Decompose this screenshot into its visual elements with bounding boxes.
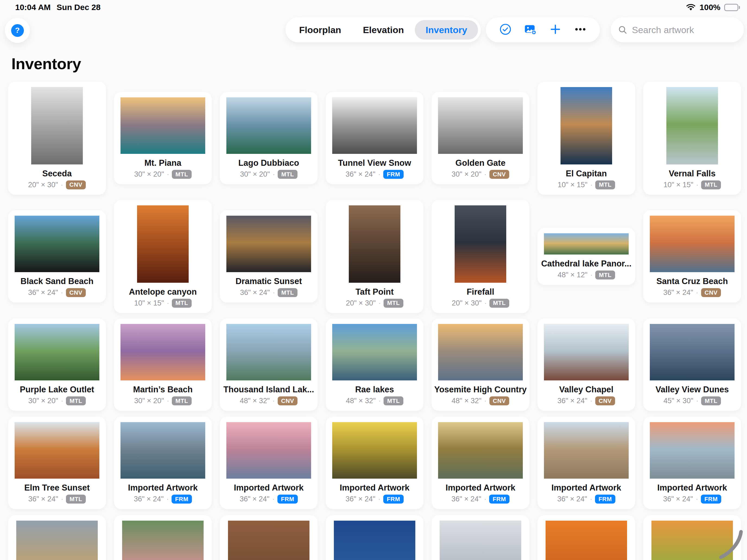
artwork-meta: Valley Chapel 36" × 24" · CNV [558,385,615,405]
artwork-card[interactable]: Golden Gate 30" × 20" · CNV [432,92,529,184]
artwork-card[interactable] [432,515,529,560]
artwork-card[interactable]: Imported Artwork 36" × 24" · FRM [220,417,317,509]
artwork-thumbnail [226,216,311,272]
select-items-button[interactable] [498,22,513,37]
more-options-button[interactable] [573,22,588,37]
artwork-card[interactable]: Rae lakes 48" × 32" · MTL [326,319,423,411]
artwork-card[interactable]: Elm Tree Sunset 36" × 24" · MTL [8,417,106,509]
artwork-subtitle: 36" × 24" · FRM [551,495,621,504]
help-button[interactable]: ? [5,18,30,43]
separator-dot: · [61,181,63,189]
artwork-card[interactable]: Seceda 20" × 30" · CNV [8,82,106,195]
artwork-card[interactable] [220,515,317,560]
artwork-card[interactable]: Purple Lake Outlet 30" × 20" · MTL [8,319,106,411]
add-photo-icon [524,23,537,37]
artwork-subtitle: 36" × 24" · CNV [656,288,728,297]
artwork-title: Valley View Dunes [655,385,729,395]
artwork-card[interactable]: Tunnel View Snow 36" × 24" · FRM [326,92,423,184]
artwork-title: Seceda [28,169,86,179]
artwork-thumbnail [31,87,83,164]
artwork-thumbnail [544,233,629,255]
tab-inventory[interactable]: Inventory [415,20,478,39]
separator-dot: · [484,299,487,308]
artwork-card[interactable]: Dramatic Sunset 36" × 24" · MTL [220,210,317,302]
artwork-card[interactable] [8,515,106,560]
artwork-card[interactable]: Imported Artwork 36" × 24" · FRM [432,417,529,509]
artwork-type-badge: MTL [172,170,191,179]
artwork-card[interactable]: Imported Artwork 36" × 24" · FRM [326,417,423,509]
artwork-thumbnail [15,422,99,479]
battery-icon [724,4,740,11]
artwork-card[interactable]: Thousand Island Lak... 48" × 32" · CNV [220,319,317,411]
artwork-thumbnail [332,324,417,380]
add-artwork-button[interactable] [548,22,563,37]
artwork-type-badge: CNV [595,396,615,405]
search-icon [618,25,627,35]
artwork-type-badge: MTL [172,396,191,405]
artwork-thumbnail [122,521,204,560]
artwork-meta: Black Sand Beach 36" × 24" · CNV [21,276,94,297]
artwork-thumbnail [349,205,401,283]
artwork-dimensions: 30" × 20" [28,397,58,405]
artwork-card[interactable]: Valley Chapel 36" × 24" · CNV [537,319,635,411]
artwork-meta: Antelope canyon 10" × 15" · MTL [129,287,197,308]
inventory-row: Elm Tree Sunset 36" × 24" · MTL Imported… [8,418,741,508]
artwork-title: Vernal Falls [663,169,721,179]
artwork-subtitle: 36" × 24" · CNV [21,288,94,297]
artwork-card[interactable]: Cathedral lake Panor... 48" × 12" · MTL [537,228,635,285]
separator-dot: · [696,495,698,503]
separator-dot: · [590,271,593,279]
tab-elevation[interactable]: Elevation [352,20,415,39]
artwork-type-badge: CNV [701,288,721,297]
artwork-dimensions: 10" × 15" [663,181,693,189]
artwork-thumbnail [332,98,417,154]
artwork-meta: Taft Point 20" × 30" · MTL [346,287,403,308]
artwork-card[interactable]: Firefall 20" × 30" · MTL [432,200,529,313]
artwork-dimensions: 36" × 24" [240,288,270,297]
tab-floorplan[interactable]: Floorplan [288,20,352,39]
import-photo-button[interactable] [523,22,538,37]
artwork-thumbnail [16,521,98,560]
artwork-dimensions: 48" × 32" [240,397,270,405]
artwork-card[interactable]: Taft Point 20" × 30" · MTL [326,200,423,313]
artwork-card[interactable]: Imported Artwork 36" × 24" · FRM [643,417,741,509]
artwork-meta: Thousand Island Lak... 48" × 32" · CNV [224,385,314,405]
artwork-subtitle: 36" × 24" · FRM [340,495,409,504]
artwork-card[interactable]: Martin’s Beach 30" × 20" · MTL [114,319,212,411]
search-input[interactable] [632,24,737,35]
separator-dot: · [696,181,698,189]
artwork-card[interactable]: Santa Cruz Beach 36" × 24" · CNV [643,210,741,302]
artwork-card[interactable] [326,515,423,560]
artwork-type-badge: MTL [66,495,86,504]
separator-dot: · [484,170,487,179]
artwork-card[interactable]: Imported Artwork 36" × 24" · FRM [537,417,635,509]
artwork-card[interactable]: Yosemite High Country 48" × 32" · CNV [432,319,529,411]
artwork-type-badge: MTL [701,396,721,405]
artwork-dimensions: 36" × 24" [452,495,481,503]
artwork-card[interactable] [114,515,212,560]
artwork-card[interactable]: Imported Artwork 36" × 24" · FRM [114,417,212,509]
artwork-title: Imported Artwork [551,483,621,493]
artwork-card[interactable]: Vernal Falls 10" × 15" · MTL [643,82,741,195]
artwork-dimensions: 10" × 15" [134,299,164,308]
artwork-card[interactable]: Antelope canyon 10" × 15" · MTL [114,200,212,313]
artwork-card[interactable] [537,515,635,560]
status-bar: 10:04 AM Sun Dec 28 100% [0,3,747,15]
artwork-card[interactable]: Black Sand Beach 36" × 24" · CNV [8,210,106,302]
artwork-thumbnail [121,98,205,154]
artwork-dimensions: 36" × 24" [28,495,58,503]
artwork-subtitle: 36" × 24" · FRM [338,170,411,179]
separator-dot: · [378,397,381,405]
artwork-card[interactable]: Mt. Piana 30" × 20" · MTL [114,92,212,184]
separator-dot: · [590,495,592,503]
artwork-meta: Dramatic Sunset 36" × 24" · MTL [236,276,302,297]
artwork-card[interactable]: Lago Dubbiaco 30" × 20" · MTL [220,92,317,184]
view-segmented-control: Floorplan Elevation Inventory [286,17,481,42]
artwork-card[interactable]: Valley View Dunes 45" × 30" · MTL [643,319,741,411]
artwork-dimensions: 20" × 30" [346,299,376,308]
artwork-card[interactable]: El Capitan 10" × 15" · MTL [537,82,635,195]
artwork-meta: Valley View Dunes 45" × 30" · MTL [655,385,729,405]
artwork-dimensions: 36" × 24" [240,495,269,503]
artwork-subtitle: 36" × 24" · MTL [24,495,89,504]
inventory-row: Purple Lake Outlet 30" × 20" · MTL Marti… [8,319,741,410]
